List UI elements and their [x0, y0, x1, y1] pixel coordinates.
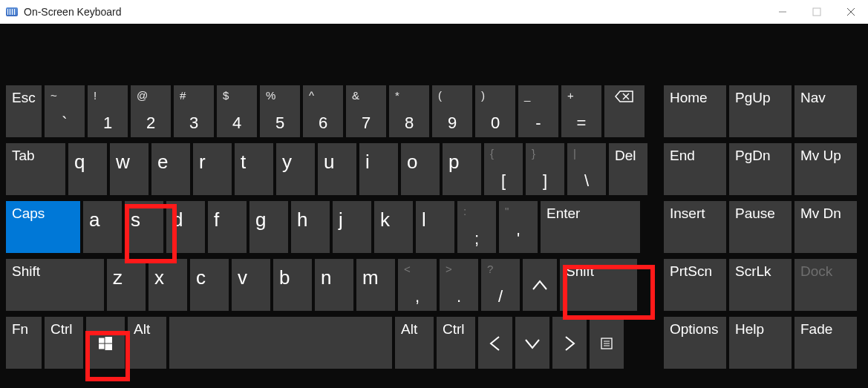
minimize-button[interactable]: [766, 0, 800, 24]
minus-key[interactable]: _-: [518, 85, 558, 137]
backslash-key[interactable]: |\: [567, 143, 606, 195]
svg-rect-9: [105, 344, 112, 350]
i-key[interactable]: i: [359, 143, 398, 195]
maximize-button[interactable]: [800, 0, 834, 24]
z-key[interactable]: z: [107, 259, 146, 311]
digit-1-key[interactable]: !1: [88, 85, 128, 137]
right-ctrl-key[interactable]: Ctrl: [437, 317, 475, 369]
backspace-key[interactable]: [604, 85, 645, 137]
digit-6-key[interactable]: ^6: [303, 85, 343, 137]
g-key[interactable]: g: [249, 201, 288, 253]
q-key[interactable]: q: [68, 143, 107, 195]
quote-key[interactable]: "': [499, 201, 538, 253]
windows-key[interactable]: [86, 317, 125, 369]
down-arrow-key[interactable]: [515, 317, 549, 369]
titlebar: On-Screen Keyboard: [0, 0, 868, 24]
left-alt-key[interactable]: Alt: [128, 317, 166, 369]
mv-dn-key[interactable]: Mv Dn: [794, 201, 857, 253]
row-numbers: Esc ~` !1 @2 #3 $4 %5 ^6 &7 *8 (9 )0 _- …: [6, 85, 652, 137]
tab-key[interactable]: Tab: [6, 143, 65, 195]
svg-rect-1: [813, 8, 820, 16]
j-key[interactable]: j: [333, 201, 371, 253]
digit-2-key[interactable]: @2: [131, 85, 171, 137]
s-key[interactable]: s: [125, 201, 163, 253]
k-key[interactable]: k: [374, 201, 413, 253]
fade-key[interactable]: Fade: [794, 317, 857, 369]
right-alt-key[interactable]: Alt: [395, 317, 434, 369]
options-key[interactable]: Options: [664, 317, 726, 369]
h-key[interactable]: h: [291, 201, 330, 253]
mv-up-key[interactable]: Mv Up: [794, 143, 857, 195]
x-key[interactable]: x: [149, 259, 187, 311]
up-arrow-key[interactable]: [523, 259, 557, 311]
o-key[interactable]: o: [401, 143, 440, 195]
m-key[interactable]: m: [356, 259, 395, 311]
enter-key[interactable]: Enter: [541, 201, 640, 253]
comma-key[interactable]: <,: [398, 259, 437, 311]
n-key[interactable]: n: [315, 259, 353, 311]
backtick-key[interactable]: ~`: [45, 85, 85, 137]
y-key[interactable]: y: [276, 143, 315, 195]
w-key[interactable]: w: [110, 143, 149, 195]
a-key[interactable]: a: [83, 201, 122, 253]
p-key[interactable]: p: [443, 143, 481, 195]
digit-7-key[interactable]: &7: [346, 85, 386, 137]
left-arrow-key[interactable]: [478, 317, 512, 369]
right-arrow-key[interactable]: [552, 317, 587, 369]
left-ctrl-key[interactable]: Ctrl: [45, 317, 83, 369]
del-key[interactable]: Del: [609, 143, 647, 195]
row-home: Caps a s d f g h j k l :; "' Enter: [6, 201, 652, 253]
dock-key[interactable]: Dock: [794, 259, 857, 311]
minimize-icon: [778, 7, 787, 16]
digit-3-key[interactable]: #3: [174, 85, 214, 137]
digit-0-key[interactable]: )0: [475, 85, 515, 137]
esc-key[interactable]: Esc: [6, 85, 42, 137]
nav-key[interactable]: Nav: [794, 85, 857, 137]
d-key[interactable]: d: [166, 201, 205, 253]
pgup-key[interactable]: PgUp: [729, 85, 792, 137]
digit-5-key[interactable]: %5: [260, 85, 300, 137]
window-title: On-Screen Keyboard: [24, 6, 122, 18]
menu-key[interactable]: [590, 317, 624, 369]
keyboard: Esc ~` !1 @2 #3 $4 %5 ^6 &7 *8 (9 )0 _- …: [0, 24, 868, 382]
f-key[interactable]: f: [208, 201, 247, 253]
backspace-icon: [615, 90, 634, 103]
right-shift-key[interactable]: Shift: [560, 259, 637, 311]
slash-key[interactable]: ?/: [481, 259, 520, 311]
r-key[interactable]: r: [193, 143, 232, 195]
right-bracket-key[interactable]: }]: [526, 143, 564, 195]
b-key[interactable]: b: [273, 259, 312, 311]
e-key[interactable]: e: [151, 143, 190, 195]
fn-key[interactable]: Fn: [6, 317, 42, 369]
scrlk-key[interactable]: ScrLk: [729, 259, 792, 311]
osk-app-icon: [6, 7, 18, 16]
v-key[interactable]: v: [232, 259, 270, 311]
caps-key[interactable]: Caps: [6, 201, 80, 253]
chevron-up-icon: [532, 280, 548, 292]
left-bracket-key[interactable]: {[: [484, 143, 523, 195]
period-key[interactable]: >.: [440, 259, 478, 311]
row-shift: Shift z x c v b n m <, >. ?/ Shift: [6, 259, 652, 311]
c-key[interactable]: c: [190, 259, 229, 311]
end-key[interactable]: End: [664, 143, 726, 195]
insert-key[interactable]: Insert: [664, 201, 726, 253]
home-key[interactable]: Home: [664, 85, 726, 137]
digit-8-key[interactable]: *8: [389, 85, 429, 137]
pause-key[interactable]: Pause: [729, 201, 792, 253]
digit-9-key[interactable]: (9: [432, 85, 472, 137]
digit-4-key[interactable]: $4: [217, 85, 257, 137]
pgdn-key[interactable]: PgDn: [729, 143, 792, 195]
semicolon-key[interactable]: :;: [457, 201, 496, 253]
l-key[interactable]: l: [416, 201, 454, 253]
row-bottom: Fn Ctrl Alt Alt Ctrl: [6, 317, 652, 369]
space-key[interactable]: [169, 317, 392, 369]
close-button[interactable]: [834, 0, 868, 24]
t-key[interactable]: t: [235, 143, 273, 195]
help-key[interactable]: Help: [729, 317, 792, 369]
equals-key[interactable]: +=: [561, 85, 601, 137]
left-shift-key[interactable]: Shift: [6, 259, 104, 311]
prtscn-key[interactable]: PrtScn: [664, 259, 726, 311]
u-key[interactable]: u: [318, 143, 356, 195]
windows-icon: [99, 337, 112, 350]
chevron-down-icon: [524, 338, 541, 349]
